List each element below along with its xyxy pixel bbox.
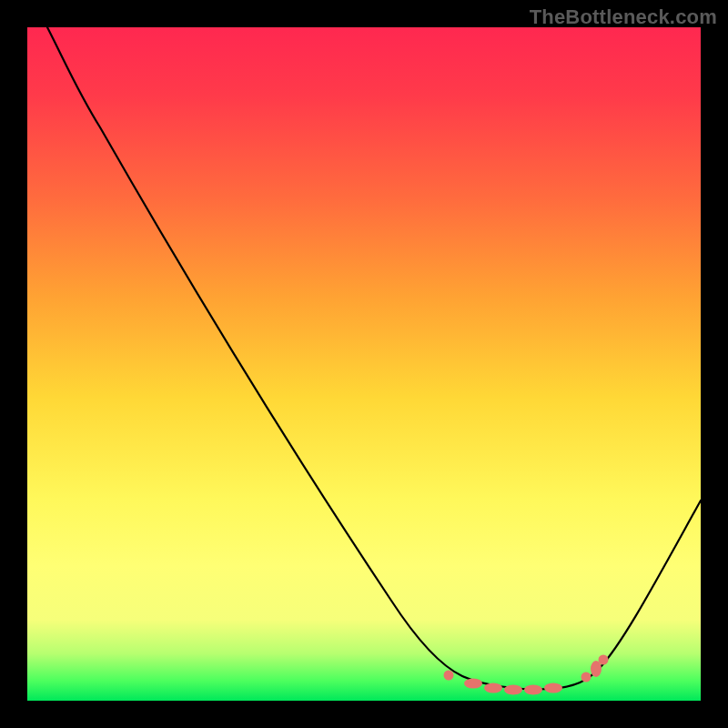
watermark-text: TheBottleneck.com — [530, 5, 717, 29]
marker-dot — [504, 685, 522, 695]
bottleneck-curve — [47, 27, 701, 689]
marker-dot — [444, 671, 454, 681]
marker-dot — [581, 672, 592, 682]
gradient-plot-area — [27, 27, 701, 701]
marker-dot — [464, 679, 482, 689]
marker-dot — [524, 685, 542, 695]
chart-frame: TheBottleneck.com — [0, 0, 728, 728]
marker-dot — [599, 655, 609, 665]
marker-dot — [484, 683, 502, 693]
marker-dot — [544, 683, 562, 693]
curve-layer — [27, 27, 701, 701]
